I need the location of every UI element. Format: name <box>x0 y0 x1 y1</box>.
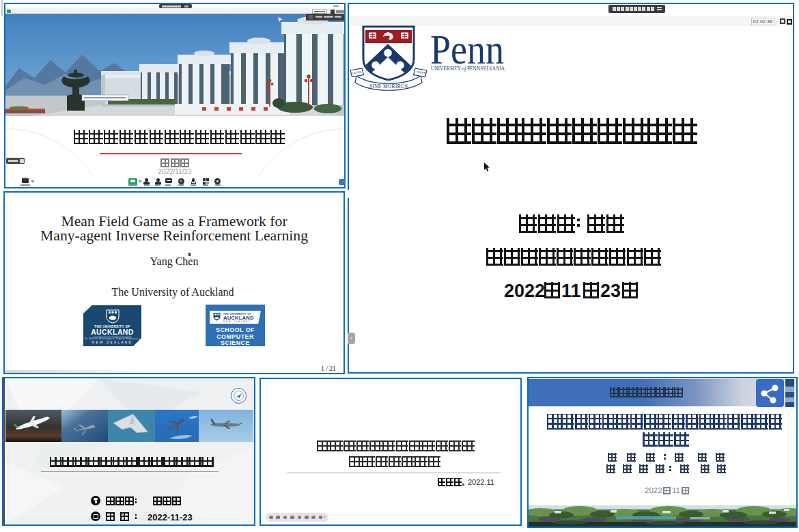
svg-text:UNIVERSITY of PENNSYLVANIA: UNIVERSITY of PENNSYLVANIA <box>431 65 505 72</box>
svg-text:SINE MORIBUS: SINE MORIBUS <box>369 83 408 89</box>
